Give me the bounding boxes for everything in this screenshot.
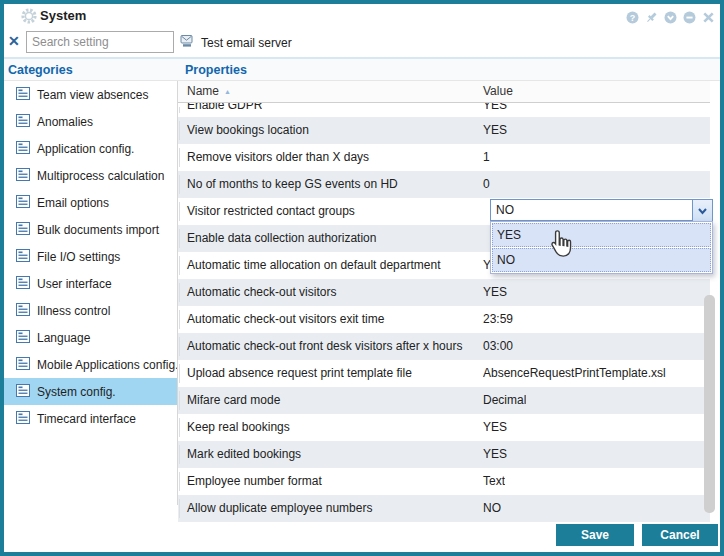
table-row[interactable]: Automatic check-out visitors exit time 2…	[178, 306, 710, 333]
category-icon	[16, 222, 30, 238]
table-row[interactable]: Enable GDPR YES	[178, 103, 710, 117]
table-row[interactable]: Automatic check-out visitors YES	[178, 279, 710, 306]
table-row[interactable]: No of months to keep GS events on HD 0	[178, 171, 710, 198]
dropdown-list: YES NO	[490, 221, 713, 274]
save-button[interactable]: Save	[556, 524, 634, 546]
test-email-server-label: Test email server	[201, 36, 292, 50]
property-name: Keep real bookings	[178, 414, 483, 441]
table-row[interactable]: Mark edited bookings YES	[178, 441, 710, 468]
sidebar-item-anomalies[interactable]: Anomalies	[4, 108, 177, 135]
category-icon	[16, 357, 30, 373]
category-icon	[16, 411, 30, 427]
combobox-value: NO	[496, 203, 514, 217]
table-row[interactable]: Automatic check-out front desk visitors …	[178, 333, 710, 360]
category-icon	[16, 384, 30, 400]
property-value[interactable]: YES	[483, 441, 507, 468]
property-name: Employee number format	[178, 468, 483, 495]
vertical-scrollbar-thumb[interactable]	[704, 295, 715, 513]
clear-search-icon[interactable]: ✕	[8, 33, 20, 49]
property-value[interactable]: YES	[483, 103, 507, 117]
property-value[interactable]: YES	[483, 117, 507, 144]
category-icon	[16, 141, 30, 157]
category-icon	[16, 276, 30, 292]
table-row[interactable]: Remove visitors older than X days 1	[178, 144, 710, 171]
property-name: Visitor restricted contact groups	[178, 198, 483, 225]
properties-header: Properties	[185, 63, 247, 77]
property-value[interactable]: AbsenceRequestPrintTemplate.xsl	[483, 360, 666, 387]
table-row[interactable]: Employee number format Text	[178, 468, 710, 495]
sidebar-item-file-io-settings[interactable]: File I/O settings	[4, 243, 177, 270]
svg-text:?: ?	[630, 13, 636, 23]
sidebar-item-label: Timecard interface	[37, 412, 136, 426]
chevron-down-icon	[698, 208, 707, 215]
sidebar-item-timecard-interface[interactable]: Timecard interface	[4, 405, 177, 432]
sidebar-item-email-options[interactable]: Email options	[4, 189, 177, 216]
search-input[interactable]	[26, 31, 174, 53]
table-row[interactable]: Allow duplicate employee numbers NO	[178, 495, 710, 522]
category-icon	[16, 87, 30, 103]
property-name: Automatic check-out visitors exit time	[178, 306, 483, 333]
property-name: Automatic check-out visitors	[178, 279, 483, 306]
category-icon	[16, 249, 30, 265]
category-icon	[16, 114, 30, 130]
system-settings-window: System ?	[0, 0, 724, 556]
category-icon	[16, 195, 30, 211]
dropdown-option-yes[interactable]: YES	[492, 223, 711, 247]
table-row[interactable]: Upload absence request print template fi…	[178, 360, 710, 387]
property-name: Enable GDPR	[178, 103, 483, 117]
property-value[interactable]: YES	[483, 414, 507, 441]
dropdown-option-no[interactable]: NO	[492, 248, 711, 272]
sidebar-item-mobile-applications-config[interactable]: Mobile Applications config.	[4, 351, 177, 378]
sidebar-item-multiprocess-calculation[interactable]: Multiprocess calculation	[4, 162, 177, 189]
property-value[interactable]: 0	[483, 171, 490, 198]
sidebar-item-team-view-absences[interactable]: Team view absences	[4, 81, 177, 108]
table-row[interactable]: Visitor restricted contact groups NO YES…	[178, 198, 710, 225]
sidebar-item-label: Multiprocess calculation	[37, 169, 164, 183]
sidebar-item-label: Language	[37, 331, 90, 345]
categories-header: Categories	[8, 63, 73, 77]
help-icon[interactable]: ?	[626, 11, 639, 24]
sidebar-item-bulk-documents-import[interactable]: Bulk documents import	[4, 216, 177, 243]
sidebar-item-label: Anomalies	[37, 115, 93, 129]
name-column-header[interactable]: Name ▲	[178, 81, 483, 102]
sidebar-item-illness-control[interactable]: Illness control	[4, 297, 177, 324]
property-value[interactable]: NO	[483, 495, 501, 522]
property-name: Enable data collection authorization	[178, 225, 483, 252]
table-row[interactable]: View bookings location YES	[178, 117, 710, 144]
property-value[interactable]: 03:00	[483, 333, 513, 360]
sidebar-item-system-config[interactable]: System config.	[4, 378, 177, 405]
table-row[interactable]: Mifare card mode Decimal	[178, 387, 710, 414]
table-row[interactable]: Keep real bookings YES	[178, 414, 710, 441]
sidebar-item-label: Email options	[37, 196, 109, 210]
property-name: Allow duplicate employee numbers	[178, 495, 483, 522]
value-combobox[interactable]: NO	[490, 199, 713, 221]
property-value[interactable]: 1	[483, 144, 490, 171]
titlebar: System ?	[4, 4, 720, 28]
category-icon	[16, 330, 30, 346]
property-name: Automatic time allocation on default dep…	[178, 252, 483, 279]
property-value[interactable]: Decimal	[483, 387, 526, 414]
collapse-icon[interactable]	[664, 11, 677, 24]
email-server-icon	[180, 34, 195, 51]
value-column-header[interactable]: Value	[483, 81, 513, 102]
test-email-server-button[interactable]: Test email server	[180, 28, 292, 57]
categories-sidebar: Team view absences Anomalies Application…	[4, 81, 177, 505]
properties-panel: Name ▲ Value Enable GDPR YES View bookin…	[178, 81, 720, 522]
gear-icon	[20, 7, 38, 28]
property-name: Mark edited bookings	[178, 441, 483, 468]
close-icon[interactable]	[702, 11, 715, 24]
sidebar-item-label: User interface	[37, 277, 112, 291]
property-value[interactable]: Text	[483, 468, 505, 495]
sidebar-item-user-interface[interactable]: User interface	[4, 270, 177, 297]
window-controls: ?	[626, 11, 715, 24]
pin-icon[interactable]	[645, 11, 658, 24]
sidebar-item-label: Team view absences	[37, 88, 148, 102]
sidebar-item-application-config[interactable]: Application config.	[4, 135, 177, 162]
cancel-button[interactable]: Cancel	[642, 524, 718, 546]
restore-icon[interactable]	[683, 11, 696, 24]
combobox-dropdown-button[interactable]	[692, 200, 712, 222]
sidebar-item-language[interactable]: Language	[4, 324, 177, 351]
property-value[interactable]: 23:59	[483, 306, 513, 333]
sidebar-item-label: Bulk documents import	[37, 223, 159, 237]
property-value[interactable]: YES	[483, 279, 507, 306]
